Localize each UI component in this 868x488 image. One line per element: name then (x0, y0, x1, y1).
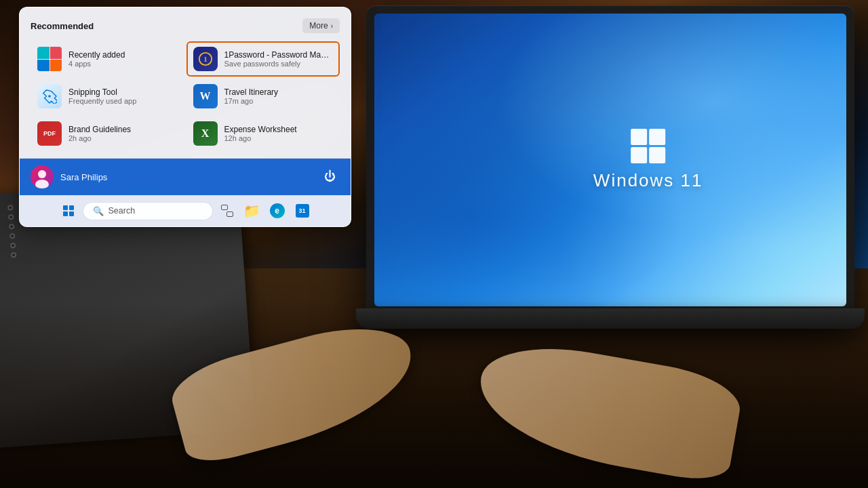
expense-worksheet-name: Expense Worksheet (224, 125, 297, 134)
list-item[interactable]: Recently added 4 apps (31, 41, 184, 77)
svg-point-3 (38, 170, 46, 178)
windows-logo-icon (63, 205, 74, 216)
list-item[interactable]: W Travel Itinerary 17m ago (186, 79, 340, 114)
recommended-title: Recommended (31, 21, 94, 31)
brand-guidelines-icon: PDF (37, 121, 62, 146)
svg-text:1: 1 (203, 56, 207, 63)
recently-added-icon (37, 47, 62, 71)
snipping-tool-sub: Frequently used app (68, 97, 136, 105)
1password-icon: 1 (193, 47, 218, 71)
list-item[interactable]: X Expense Worksheet 12h ago (186, 116, 340, 151)
list-item[interactable]: 1 1Password - Password Manager Save pass… (186, 41, 340, 77)
calendar-button[interactable]: 31 (292, 200, 313, 222)
edge-button[interactable]: e (267, 200, 288, 222)
recently-added-info: Recently added 4 apps (68, 50, 125, 68)
task-view-button[interactable] (216, 200, 238, 222)
recommended-header: Recommended More › (31, 18, 340, 33)
user-name: Sara Philips (60, 172, 107, 182)
laptop-win11-icon (631, 129, 665, 163)
user-bar: Sara Philips ⏻ (20, 159, 351, 195)
search-input-label[interactable]: Search (108, 206, 136, 216)
recently-added-name: Recently added (68, 50, 125, 60)
list-item[interactable]: PDF Brand Guidelines 2h ago (31, 116, 184, 151)
expense-worksheet-icon: X (193, 121, 218, 146)
travel-itinerary-info: Travel Itinerary 17m ago (224, 87, 279, 105)
laptop-frame: Windows 11 (366, 5, 854, 317)
calendar-icon: 31 (296, 204, 309, 218)
power-icon: ⏻ (324, 170, 336, 184)
laptop-win11-text: Windows 11 (593, 170, 703, 191)
svg-point-4 (35, 180, 49, 188)
more-button[interactable]: More › (302, 18, 340, 33)
expense-worksheet-sub: 12h ago (224, 134, 297, 142)
recommended-grid: Recently added 4 apps 1 1Password - Pass… (31, 41, 340, 151)
hands-overlay (0, 302, 868, 488)
taskbar: 🔍 Search 📁 e 31 (20, 195, 351, 226)
1password-name: 1Password - Password Manager (224, 50, 333, 60)
brand-guidelines-sub: 2h ago (68, 134, 131, 142)
snipping-tool-info: Snipping Tool Frequently used app (68, 87, 136, 105)
file-explorer-button[interactable]: 📁 (241, 200, 263, 222)
brand-guidelines-info: Brand Guidelines 2h ago (68, 125, 131, 142)
1password-sub: Save passwords safely (224, 60, 333, 68)
1password-info: 1Password - Password Manager Save passwo… (224, 50, 333, 68)
list-item[interactable]: Snipping Tool Frequently used app (31, 79, 184, 114)
start-menu: Recommended More › Recently added 4 apps (19, 7, 351, 227)
travel-itinerary-sub: 17m ago (224, 97, 279, 105)
taskview-icon (221, 205, 233, 217)
chevron-right-icon: › (331, 22, 333, 30)
expense-worksheet-info: Expense Worksheet 12h ago (224, 125, 297, 142)
snipping-tool-name: Snipping Tool (68, 87, 136, 97)
windows-start-button[interactable] (58, 200, 79, 222)
search-bar[interactable]: 🔍 Search (83, 202, 213, 220)
brand-guidelines-name: Brand Guidelines (68, 125, 131, 134)
travel-itinerary-icon: W (193, 84, 218, 108)
search-icon: 🔍 (93, 206, 104, 216)
recently-added-sub: 4 apps (68, 60, 125, 68)
power-button[interactable]: ⏻ (319, 167, 340, 187)
laptop-screen: Windows 11 (374, 14, 846, 306)
avatar (31, 165, 54, 188)
svg-point-2 (48, 95, 51, 98)
laptop-win11-logo: Windows 11 (593, 129, 703, 191)
user-info[interactable]: Sara Philips (31, 165, 107, 188)
edge-icon: e (270, 203, 285, 218)
snipping-tool-icon (37, 84, 62, 108)
travel-itinerary-name: Travel Itinerary (224, 87, 279, 97)
folder-icon: 📁 (243, 203, 260, 219)
